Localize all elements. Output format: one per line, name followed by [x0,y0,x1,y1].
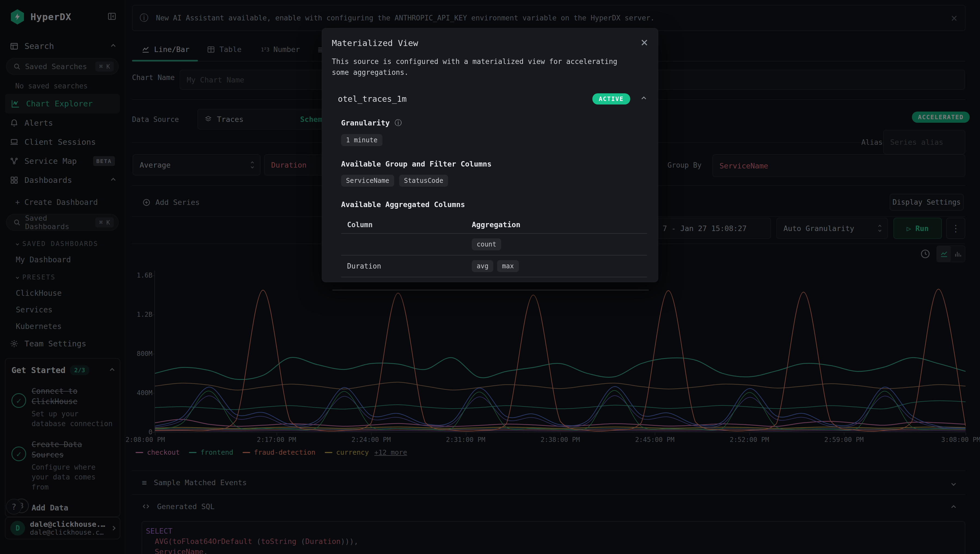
materialized-view-name: otel_traces_1m [338,94,407,103]
info-icon: ⓘ [395,118,402,127]
aggregated-columns-table: Column Aggregation countDurationavgmax [341,217,647,277]
modal-description: This source is configured with a materia… [332,56,637,78]
modal-bottom-divider [332,290,649,290]
aggregation-cell: count [472,238,501,250]
aggregation-cell: avgmax [472,260,519,272]
chevron-up-icon[interactable] [642,97,646,101]
column-header: Column [341,221,472,229]
materialized-view-modal: Materialized View × This source is confi… [322,28,658,282]
aggregated-columns-label: Available Aggregated Columns [341,200,465,209]
close-icon[interactable]: × [641,38,648,46]
column-cell: Duration [341,262,472,270]
aggregation-header: Aggregation [472,220,521,229]
aggregation-chip: avg [472,260,493,272]
filter-column-chip: ServiceName [341,175,394,187]
granularity-label: Granularity [341,119,390,127]
group-filter-chips: ServiceNameStatusCode [341,175,648,187]
aggregation-chip: count [472,238,501,250]
aggregation-chip: max [497,260,519,272]
modal-title: Materialized View [332,38,418,48]
table-row: count [341,234,647,256]
table-row: Durationavgmax [341,256,647,277]
granularity-chip: 1 minute [341,134,382,146]
filter-column-chip: StatusCode [399,175,448,187]
group-filter-columns-label: Available Group and Filter Columns [341,160,492,168]
active-status-badge: ACTIVE [592,93,630,105]
